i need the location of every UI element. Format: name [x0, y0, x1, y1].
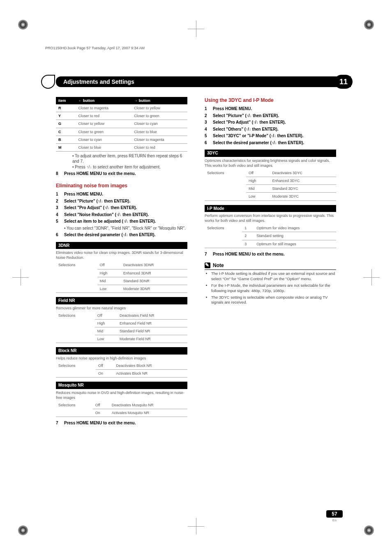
note-label: Note: [213, 262, 224, 269]
crop-cross-icon: [363, 269, 380, 286]
sub-bullet: To adjust another item, press RETURN the…: [72, 153, 187, 164]
3dyc-ip-heading: Using the 3DYC and I-P Mode: [205, 97, 336, 104]
step-text: Select "Noise Reduction" (↑/↓ then ENTER…: [64, 212, 149, 218]
crop-mark-icon: [18, 20, 28, 30]
step-2: 2Select "Picture" (↑/↓ then ENTER).: [205, 113, 336, 119]
note-heading: Note: [205, 262, 336, 270]
crop-cross-icon: [12, 269, 29, 286]
mosqnr-desc: Reduces mosquito noise in DVD and high-d…: [56, 390, 187, 400]
step-5: 5Select an item to be adjusted (↑/↓ then…: [56, 219, 187, 224]
step-text: Select "Pro Adjust" (↑/↓ then ENTER).: [64, 205, 137, 211]
step-text: Select "3DYC" or "I-P Mode" (↑/↓ then EN…: [213, 133, 303, 139]
page-number: 57: [326, 510, 343, 518]
mosqnr-table: SelectionsOffDeactivates Mosquito NR OnA…: [56, 401, 187, 417]
crop-mark-icon: [18, 525, 28, 535]
selections-label: Selections: [56, 261, 97, 292]
selections-label: Selections: [56, 312, 95, 343]
fieldnr-desc: Removes glimmer for more natural images: [56, 306, 187, 311]
step-text: Select "Pro Adjust" (↑/↓ then ENTER).: [213, 120, 286, 125]
table-row: GCloser to yellowCloser to cyan: [56, 120, 187, 128]
selections-label: Selections: [205, 224, 242, 248]
step-text: Select "Picture" (↑/↓ then ENTER).: [64, 198, 130, 204]
th-right: → button: [131, 97, 187, 104]
step-text: Select "Others" (↑/↓ then ENTER).: [213, 127, 279, 132]
selections-label: Selections: [56, 401, 93, 417]
table-row: RCloser to magentaCloser to yellow: [56, 104, 187, 112]
note-item: The 3DYC setting is selectable when comp…: [211, 295, 336, 306]
section-number-badge: 11: [334, 75, 353, 89]
note-list: The I-P Mode setting is disabled if you …: [210, 271, 336, 305]
eliminate-noise-heading: Eliminating noise from images: [56, 182, 187, 189]
right-column: Using the 3DYC and I-P Mode 1Press HOME …: [205, 97, 336, 502]
3dyc-header: 3DYC: [205, 150, 336, 157]
table-row: BCloser to cyanCloser to magenta: [56, 136, 187, 143]
step-1: 1Press HOME MENU.: [205, 106, 336, 112]
table-row: SelectionsOffDeactivates 3DNR: [56, 261, 187, 269]
step-text: Press HOME MENU to exit the menu.: [64, 420, 136, 426]
table-row: SelectionsOffDeactivates Field NR: [56, 312, 187, 320]
step-5-sub: You can select "3DNR", "Field NR", "Bloc…: [64, 226, 187, 231]
step-text: Select the desired parameter (↑/↓ then E…: [64, 232, 155, 238]
th-left: ← button: [76, 97, 131, 104]
3dyc-table: SelectionsOffDeactivates 3DYC HighEnhanc…: [205, 169, 336, 201]
pencil-icon: [205, 263, 210, 268]
ipmode-header: I-P Mode: [205, 205, 336, 212]
step-1: 1Press HOME MENU.: [56, 191, 187, 197]
step-5: 5Select "3DYC" or "I-P Mode" (↑/↓ then E…: [205, 133, 336, 139]
3dyc-desc: Optimizes characteristics for separating…: [205, 158, 336, 168]
step-3: 3Select "Pro Adjust" (↑/↓ then ENTER).: [205, 120, 336, 125]
crop-mark-icon: [364, 20, 374, 30]
page-footer: 57 En: [326, 510, 343, 522]
section-header: Adjustments and Settings 11: [56, 76, 351, 87]
3dnr-header: 3DNR: [56, 242, 187, 249]
book-meta-line: PRO1150HD.book Page 57 Tuesday, April 17…: [45, 46, 145, 50]
ipmode-table: Selections1Optimum for video images 2Sta…: [205, 224, 336, 248]
crop-cross-icon: [188, 518, 204, 534]
page-lang: En: [326, 518, 343, 522]
th-item: Item: [56, 97, 76, 104]
3dnr-table: SelectionsOffDeactivates 3DNR HighEnhanc…: [56, 261, 187, 293]
crop-mark-icon: [364, 525, 374, 535]
color-adjust-table: Item ← button → button RCloser to magent…: [56, 97, 187, 152]
table-row: CCloser to greenCloser to blue: [56, 128, 187, 136]
crop-cross-icon: [188, 21, 204, 37]
step-text: Press HOME MENU.: [213, 106, 252, 112]
blocknr-table: SelectionsOffDeactivates Block NR OnActi…: [56, 362, 187, 378]
mosqnr-header: Mosquito NR: [56, 382, 187, 389]
table-row: SelectionsOffDeactivates 3DYC: [205, 169, 336, 177]
note-item: For the I-P Mode, the individual paramet…: [211, 283, 336, 294]
step-text: Press HOME MENU to exit the menu.: [64, 171, 136, 177]
fieldnr-table: SelectionsOffDeactivates Field NR HighEn…: [56, 312, 187, 343]
3dnr-desc: Eliminates video noise for clean crisp i…: [56, 250, 187, 260]
table-row: Selections1Optimum for video images: [205, 224, 336, 232]
table-row: SelectionsOffDeactivates Mosquito NR: [56, 401, 187, 409]
step-4: 4Select "Others" (↑/↓ then ENTER).: [205, 127, 336, 132]
step-7-exit: 7Press HOME MENU to exit the menu.: [56, 420, 187, 426]
blocknr-desc: Helps reduce noise appearing in high-def…: [56, 356, 187, 361]
step-8: 8Press HOME MENU to exit the menu.: [56, 171, 187, 177]
step-text: Select the desired parameter (↑/↓ then E…: [213, 140, 304, 146]
note-item: The I-P Mode setting is disabled if you …: [211, 271, 336, 282]
table-row: SelectionsOffDeactivates Block NR: [56, 362, 187, 370]
step-4: 4Select "Noise Reduction" (↑/↓ then ENTE…: [56, 212, 187, 218]
selections-label: Selections: [205, 169, 246, 200]
fieldnr-header: Field NR: [56, 297, 187, 304]
section-title: Adjustments and Settings: [63, 78, 134, 85]
step-text: Select "Picture" (↑/↓ then ENTER).: [213, 113, 279, 119]
selections-label: Selections: [56, 362, 96, 378]
step-3: 3Select "Pro Adjust" (↑/↓ then ENTER).: [56, 205, 187, 211]
table-row: MCloser to blueCloser to red: [56, 143, 187, 151]
blocknr-header: Block NR: [56, 347, 187, 355]
step-6: 6Select the desired parameter (↑/↓ then …: [205, 140, 336, 146]
step-6: 6Select the desired parameter (↑/↓ then …: [56, 232, 187, 238]
step-text: Press HOME MENU to exit the menu.: [213, 251, 284, 257]
ipmode-desc: Perform optimum conversion from interlac…: [205, 213, 336, 223]
step-text: Select an item to be adjusted (↑/↓ then …: [64, 219, 156, 224]
left-column: Item ← button → button RCloser to magent…: [56, 97, 187, 502]
step-7-exit: 7Press HOME MENU to exit the menu.: [205, 251, 336, 257]
step-2: 2Select "Picture" (↑/↓ then ENTER).: [56, 198, 187, 204]
sub-bullet: Press ↑/↓ to select another item for adj…: [72, 164, 187, 170]
step-text: Press HOME MENU.: [64, 191, 103, 197]
table-row: YCloser to redCloser to green: [56, 112, 187, 120]
